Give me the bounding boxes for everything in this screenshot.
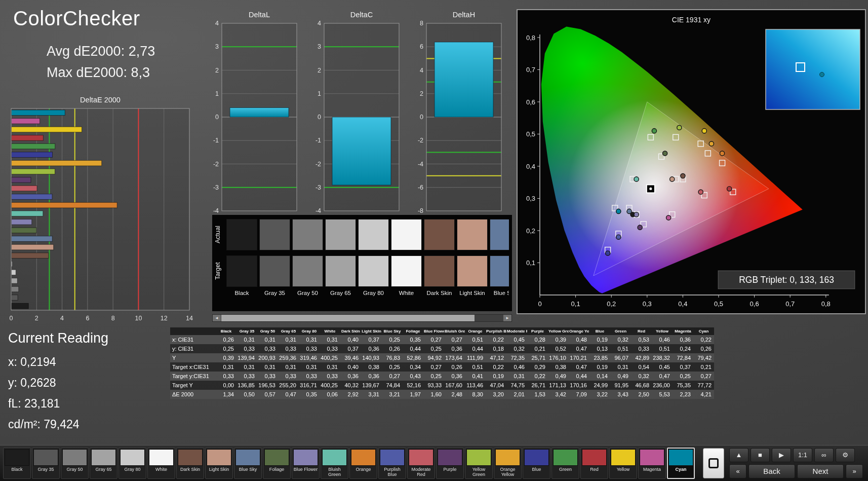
svg-text:-6: -6 [418,184,423,191]
target-swatch [259,255,290,287]
patch-button-moderate-red[interactable]: Moderate Red [407,448,435,479]
table-cell: 2,48 [444,390,465,399]
prev-page-button[interactable]: « [729,464,746,478]
patch-button-orange-yellow[interactable]: Orange Yellow [494,448,522,479]
svg-text:0: 0 [318,114,321,121]
patch-label: Purple [438,467,462,472]
table-cell: 0,14 [589,372,610,381]
svg-text:2: 2 [420,90,423,97]
table-cell: 0,22 [486,335,506,344]
patch-button-red[interactable]: Red [580,448,608,479]
table-cell: 0,31 [278,335,299,344]
reading-y: y: 0,2628 [8,376,56,390]
scroll-right-button[interactable]: ► [503,315,511,321]
table-cell: 0,29 [527,362,548,372]
stop-button[interactable]: ■ [751,448,770,462]
deltae-bar [12,186,37,191]
patch-button-yellow-green[interactable]: Yellow Green [465,448,493,479]
deltae-bar [12,236,53,242]
table-cell: 0,33 [236,344,257,353]
actual-size-button[interactable]: 1:1 [793,448,812,462]
svg-text:0: 0 [420,114,423,121]
patch-button-dark-skin[interactable]: Dark Skin [176,448,204,479]
scroll-left-button[interactable]: ◄ [213,315,221,321]
link-button[interactable]: ∞ [814,448,834,462]
patch-chip [640,449,664,466]
svg-text:14: 14 [186,315,193,322]
settings-button[interactable]: ⚙ [836,448,855,462]
up-button[interactable]: ▲ [729,448,748,462]
patch-button-white[interactable]: White [147,448,175,479]
table-row: ΔE 20001,340,500,570,470,350,062,923,313… [170,390,714,399]
patch-button-orange[interactable]: Orange [349,448,377,479]
table-cell: 0,31 [257,362,278,372]
table-cell: 0,51 [652,344,673,353]
table-cell: 0,32 [610,335,631,344]
swatch-name: Black [225,290,258,296]
cie-title: CIE 1931 xy [672,16,711,24]
patch-label: Gray 65 [91,467,116,472]
patch-label: Orange Yellow [495,467,520,477]
table-cell: 0,34 [403,362,423,372]
svg-text:0,2: 0,2 [607,300,616,308]
next-button[interactable]: Next [797,464,844,478]
table-cell: 0,41 [465,372,486,381]
patch-button-light-skin[interactable]: Light Skin [205,448,233,479]
bottom-toolbar: BlackGray 35Gray 50Gray 65Gray 80WhiteDa… [0,445,868,481]
patch-button-black[interactable]: Black [3,448,31,479]
patch-button-purple[interactable]: Purple [436,448,464,479]
table-cell: 0,26 [693,344,714,353]
table-cell: 140,93 [361,353,382,362]
scroll-thumb[interactable] [221,315,475,321]
table-row-label: ΔE 2000 [170,390,216,399]
table-cell: 0,06 [320,390,340,399]
table-cell: 0,25 [382,362,403,372]
table-cell: 400,25 [320,353,340,362]
table-cell: 0,32 [506,344,527,353]
deltae-bar [12,202,117,208]
patch-chip [178,449,203,466]
swatch-column: Light Skin [456,219,489,296]
table-cell: 0,31 [236,335,257,344]
svg-text:-4: -4 [213,207,219,214]
patch-button-gray-35[interactable]: Gray 35 [32,448,60,479]
table-cell: 0,19 [486,372,506,381]
table-row-label: x: CIE31 [170,335,216,344]
pattern-window-button[interactable] [703,448,724,478]
patch-button-magenta[interactable]: Magenta [638,448,666,479]
back-button[interactable]: Back [748,464,795,478]
cie-measured-point [634,177,639,181]
svg-text:0,5: 0,5 [714,300,723,308]
patch-button-foliage[interactable]: Foliage [263,448,291,479]
swatch-column: Dark Skin [423,219,456,296]
patch-button-cyan[interactable]: Cyan [667,448,695,479]
next-page-button[interactable]: » [846,464,863,478]
table-row: Y0,39139,94200,93259,36319,46400,2539,46… [170,353,714,362]
table-column-header: Gray 35 [236,327,257,335]
table-cell: 0,54 [631,362,652,372]
patch-button-purplish-blue[interactable]: Purplish Blue [378,448,406,479]
patch-button-bluish-green[interactable]: Bluish Green [321,448,348,479]
patch-button-gray-50[interactable]: Gray 50 [61,448,89,479]
patch-chip [33,449,58,466]
patch-button-yellow[interactable]: Yellow [609,448,637,479]
cie-zoom-inset [766,29,860,109]
swatch-column: Gray 65 [324,219,357,296]
patch-chip [322,449,347,466]
patch-button-blue[interactable]: Blue [523,448,550,479]
patch-button-gray-65[interactable]: Gray 65 [90,448,117,479]
play-button[interactable]: ▶ [772,448,791,462]
table-column-header: Gray 65 [278,327,299,335]
patch-button-blue-sky[interactable]: Blue Sky [234,448,262,479]
swatch-scrollbar[interactable]: ◄ ► [212,314,512,322]
table-cell: 0,36 [361,372,382,381]
svg-text:DeltaH: DeltaH [453,11,475,19]
table-column-header: Moderate Red [506,327,527,335]
table-cell: 0,33 [299,372,320,381]
table-cell: 0,32 [631,372,652,381]
patch-button-green[interactable]: Green [551,448,579,479]
patch-button-gray-80[interactable]: Gray 80 [119,448,146,479]
patch-chip [293,449,318,466]
patch-button-blue-flower[interactable]: Blue Flower [292,448,320,479]
actual-swatch [226,219,257,250]
